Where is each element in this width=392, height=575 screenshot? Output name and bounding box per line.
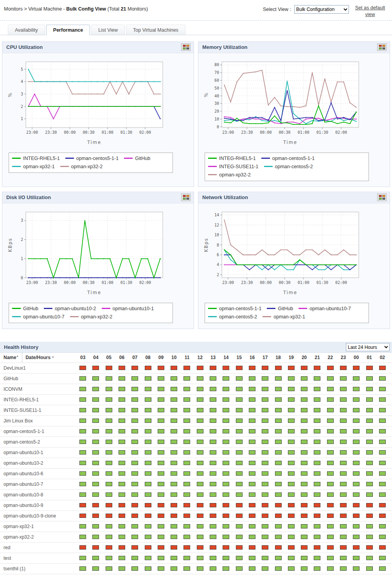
health-cell-critical[interactable]: [340, 545, 347, 550]
health-cell-critical[interactable]: [145, 514, 151, 518]
health-cell-critical[interactable]: [171, 503, 177, 507]
health-range-dropdown[interactable]: Last 24 Hours: [346, 343, 390, 351]
health-cell-clear[interactable]: [131, 482, 138, 486]
health-cell-clear[interactable]: [197, 408, 203, 412]
health-cell-clear[interactable]: [288, 492, 295, 497]
health-cell-clear[interactable]: [301, 450, 307, 455]
hour-column-header[interactable]: 04: [89, 355, 102, 360]
health-cell-clear[interactable]: [236, 566, 243, 571]
health-cell-critical[interactable]: [92, 366, 99, 370]
health-cell-critical[interactable]: [275, 514, 282, 518]
health-cell-clear[interactable]: [158, 440, 164, 444]
health-cell-clear[interactable]: [353, 440, 360, 444]
hour-column-header[interactable]: 02: [376, 355, 389, 360]
health-cell-clear[interactable]: [288, 471, 295, 476]
health-cell-critical[interactable]: [223, 366, 229, 370]
hour-column-header[interactable]: 14: [219, 355, 232, 360]
health-cell-clear[interactable]: [275, 492, 282, 497]
health-cell-clear[interactable]: [92, 397, 99, 402]
health-cell-critical[interactable]: [314, 503, 320, 507]
health-cell-clear[interactable]: [301, 566, 307, 571]
health-cell-clear[interactable]: [119, 482, 125, 486]
health-cell-clear[interactable]: [171, 461, 177, 465]
monitor-name[interactable]: INTEG-SUSE11-1: [0, 408, 76, 413]
health-cell-clear[interactable]: [249, 387, 255, 391]
health-cell-clear[interactable]: [327, 566, 334, 571]
health-cell-clear[interactable]: [183, 535, 190, 539]
select-view-dropdown[interactable]: Bulk Configuration: [294, 5, 349, 14]
health-cell-clear[interactable]: [223, 535, 229, 539]
health-cell-clear[interactable]: [262, 461, 268, 465]
monitor-name[interactable]: opman-ubuntu10-6: [0, 471, 76, 476]
health-cell-clear[interactable]: [183, 566, 190, 571]
health-cell-clear[interactable]: [301, 482, 307, 486]
health-cell-clear[interactable]: [131, 419, 138, 423]
health-cell-clear[interactable]: [197, 397, 203, 402]
health-cell-clear[interactable]: [327, 429, 334, 433]
health-cell-critical[interactable]: [236, 545, 243, 550]
health-cell-clear[interactable]: [106, 556, 112, 560]
health-cell-clear[interactable]: [223, 492, 229, 497]
health-cell-clear[interactable]: [79, 482, 86, 486]
health-cell-clear[interactable]: [119, 397, 125, 402]
health-cell-clear[interactable]: [314, 429, 320, 433]
health-cell-clear[interactable]: [236, 482, 243, 486]
health-cell-clear[interactable]: [158, 387, 164, 391]
health-cell-clear[interactable]: [92, 376, 99, 381]
health-cell-critical[interactable]: [301, 545, 307, 550]
health-cell-clear[interactable]: [379, 397, 386, 402]
health-cell-clear[interactable]: [353, 524, 360, 528]
health-cell-critical[interactable]: [131, 545, 138, 550]
health-cell-clear[interactable]: [353, 387, 360, 391]
health-cell-clear[interactable]: [79, 535, 86, 539]
health-cell-clear[interactable]: [79, 471, 86, 476]
health-cell-clear[interactable]: [79, 376, 86, 381]
chart-view-toggle-icon[interactable]: [377, 43, 387, 51]
health-cell-clear[interactable]: [301, 419, 307, 423]
health-cell-critical[interactable]: [236, 514, 243, 518]
health-cell-critical[interactable]: [262, 366, 268, 370]
health-cell-critical[interactable]: [353, 545, 360, 550]
health-cell-clear[interactable]: [106, 482, 112, 486]
hour-column-header[interactable]: 15: [233, 355, 246, 360]
health-cell-clear[interactable]: [236, 387, 243, 391]
health-cell-critical[interactable]: [145, 503, 151, 507]
health-cell-clear[interactable]: [288, 461, 295, 465]
health-cell-clear[interactable]: [262, 376, 268, 381]
monitor-name[interactable]: red: [0, 545, 76, 550]
health-cell-clear[interactable]: [92, 556, 99, 560]
health-cell-critical[interactable]: [249, 503, 255, 507]
health-cell-clear[interactable]: [327, 376, 334, 381]
health-cell-clear[interactable]: [223, 524, 229, 528]
health-cell-clear[interactable]: [314, 376, 320, 381]
health-cell-clear[interactable]: [171, 376, 177, 381]
health-cell-critical[interactable]: [158, 514, 164, 518]
health-cell-clear[interactable]: [340, 387, 347, 391]
health-cell-clear[interactable]: [301, 535, 307, 539]
health-cell-clear[interactable]: [183, 419, 190, 423]
health-cell-clear[interactable]: [236, 429, 243, 433]
health-cell-clear[interactable]: [223, 397, 229, 402]
health-cell-critical[interactable]: [275, 366, 282, 370]
health-cell-critical[interactable]: [249, 514, 255, 518]
hour-column-header[interactable]: 17: [259, 355, 272, 360]
hour-column-header[interactable]: 18: [272, 355, 284, 360]
monitor-name[interactable]: opman-xp32-2: [0, 534, 76, 540]
health-cell-clear[interactable]: [210, 387, 216, 391]
health-cell-clear[interactable]: [131, 461, 138, 465]
health-cell-clear[interactable]: [158, 524, 164, 528]
health-cell-clear[interactable]: [262, 397, 268, 402]
health-cell-clear[interactable]: [131, 440, 138, 444]
health-cell-clear[interactable]: [275, 482, 282, 486]
health-cell-clear[interactable]: [223, 461, 229, 465]
name-column-header[interactable]: Name*: [4, 355, 18, 360]
health-cell-clear[interactable]: [236, 461, 243, 465]
health-cell-critical[interactable]: [131, 503, 138, 507]
health-cell-clear[interactable]: [366, 397, 373, 402]
health-cell-clear[interactable]: [171, 387, 177, 391]
health-cell-clear[interactable]: [171, 450, 177, 455]
health-cell-critical[interactable]: [262, 514, 268, 518]
health-cell-critical[interactable]: [145, 366, 151, 370]
health-cell-clear[interactable]: [158, 566, 164, 571]
health-cell-clear[interactable]: [197, 440, 203, 444]
